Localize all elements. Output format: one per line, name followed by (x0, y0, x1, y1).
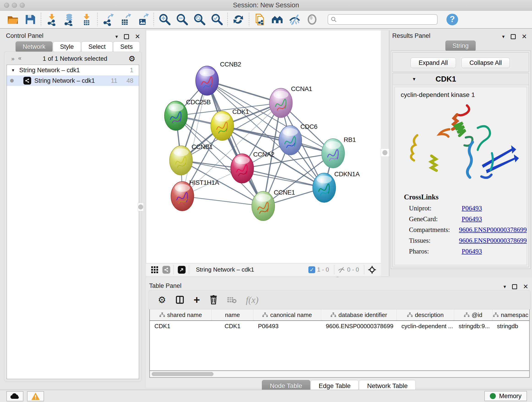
home-button[interactable] (268, 12, 286, 27)
control-panel-title: Control Panel (6, 32, 44, 39)
open-session-button[interactable] (4, 12, 22, 27)
save-session-button[interactable] (22, 12, 39, 27)
close-panel-icon[interactable]: ✕ (523, 283, 528, 290)
graph-node-RB1[interactable]: RB1 (322, 136, 356, 168)
network-collection-row[interactable]: ▾ String Network – cdk1 1 (7, 65, 139, 75)
collapse-all-button[interactable]: Collapse All (462, 57, 510, 68)
node-label: CCNA2 (253, 151, 274, 158)
graph-node-CCNB2[interactable]: CCNB2 (196, 61, 241, 95)
cell-namespace[interactable]: stringdb (492, 321, 529, 332)
edge-CCNA2-CDKN1A[interactable] (242, 168, 324, 188)
collapse-panel-icon[interactable]: ▾ (503, 284, 506, 290)
warning-icon (31, 392, 40, 400)
export-table-button[interactable] (117, 12, 134, 27)
string-view-icon[interactable] (162, 266, 170, 274)
edge-HIST1H1A-CCNE1[interactable] (182, 196, 263, 206)
cell-name[interactable]: CDK1 (212, 321, 253, 332)
clone-network-button[interactable] (251, 12, 268, 27)
table-settings-gear-icon[interactable]: ⚙ (158, 294, 166, 305)
cell-description[interactable]: cyclin-dependent ... (397, 321, 454, 332)
birds-eye-view-icon[interactable] (367, 265, 377, 274)
float-panel-icon[interactable] (512, 284, 517, 289)
show-panels-button[interactable] (303, 12, 321, 27)
column-header[interactable]: description (397, 309, 454, 320)
tab-network[interactable]: Network (16, 41, 52, 52)
refresh-button[interactable] (230, 12, 247, 27)
grid-view-icon[interactable] (151, 266, 159, 274)
protein-section-header[interactable]: ▾ CDK1 (393, 73, 529, 85)
toolbar-divider (153, 13, 154, 26)
tab-string[interactable]: String (445, 41, 476, 51)
help-button[interactable]: ? (443, 12, 461, 27)
right-splitter-handle[interactable] (381, 148, 389, 157)
export-network-button[interactable] (99, 12, 117, 27)
zoom-in-button[interactable] (156, 12, 173, 27)
expand-all-icon[interactable]: » (19, 55, 21, 62)
crosslink-link[interactable]: 9606.ENSP00000378699 (459, 237, 527, 244)
section-expander-icon[interactable]: ▾ (413, 76, 415, 82)
crosslink-link[interactable]: P06493 (462, 215, 482, 223)
cell-database-identifier[interactable]: 9606.ENSP00000378699 (321, 321, 397, 332)
crosslink-link[interactable]: 9606.ENSP00000378699 (459, 226, 527, 234)
scrollbar-thumb[interactable] (152, 372, 214, 376)
crosslink-link[interactable]: P06493 (462, 248, 482, 255)
zoom-out-button[interactable] (173, 12, 191, 27)
close-panel-icon[interactable]: ✕ (522, 33, 527, 40)
zoom-fit-button[interactable] (191, 12, 208, 27)
collapse-all-icon[interactable]: » (11, 55, 14, 62)
collapse-panel-icon[interactable]: ▾ (502, 34, 505, 40)
graph-node-CCNB1[interactable]: CCNB1 (170, 143, 213, 175)
graph-node-CDC6[interactable]: CDC6 (279, 123, 317, 155)
tab-style[interactable]: Style (53, 41, 81, 52)
zoom-selected-button[interactable] (208, 12, 225, 27)
table-horizontal-scrollbar[interactable] (149, 371, 530, 378)
close-panel-icon[interactable]: ✕ (135, 33, 140, 40)
selected-checkbox-icon[interactable]: ✓ (308, 266, 315, 273)
tab-select[interactable]: Select (81, 41, 113, 52)
open-in-new-window-icon[interactable] (178, 266, 186, 274)
import-table-button[interactable] (78, 12, 95, 27)
protein-section: ▾ CDK1 cyclin-dependent kinase 1 (393, 73, 529, 267)
table-row[interactable]: CDK1 CDK1 P06493 9606.ENSP00000378699 cy… (150, 321, 529, 332)
float-panel-icon[interactable] (511, 34, 516, 39)
search-input[interactable] (337, 16, 429, 23)
expand-all-button[interactable]: Expand All (411, 57, 456, 68)
edge-CCNB2-CCNE1[interactable] (207, 81, 263, 206)
graph-node-CDKN1A[interactable]: CDKN1A (313, 171, 360, 202)
node-sheen (200, 69, 215, 76)
column-header[interactable]: namespac (492, 309, 529, 320)
gear-icon[interactable]: ⚙ (128, 54, 135, 63)
float-panel-icon[interactable] (124, 34, 129, 39)
show-columns-icon[interactable] (175, 295, 184, 304)
graph-node-CCNE1[interactable]: CCNE1 (252, 189, 295, 221)
delete-trash-icon[interactable] (209, 295, 218, 304)
import-network-button[interactable] (43, 12, 60, 27)
export-image-button[interactable] (134, 12, 152, 27)
collapse-panel-icon[interactable]: ▾ (115, 34, 118, 40)
tree-expander-icon[interactable]: ▾ (12, 67, 14, 73)
network-view[interactable]: CCNB2CCNA1CDC25BCDK1CDC6RB1CCNB1CCNA2CDK… (146, 31, 381, 263)
hide-panels-button[interactable] (286, 12, 303, 27)
column-header[interactable]: @id (454, 309, 492, 320)
warnings-button[interactable] (27, 391, 44, 401)
tab-sets[interactable]: Sets (113, 41, 140, 52)
column-header[interactable]: database identifier (321, 309, 397, 320)
graph-node-HIST1H1A[interactable]: HIST1H1A (171, 179, 219, 211)
crosslink-link[interactable]: P06493 (462, 204, 482, 212)
add-column-icon[interactable]: + (194, 294, 200, 306)
column-header[interactable]: shared name (150, 309, 212, 320)
network-row[interactable]: String Network – cdk1 11 48 (7, 75, 139, 86)
import-network-from-database-button[interactable] (60, 12, 78, 27)
column-header[interactable]: name (212, 309, 253, 320)
cell-at-id[interactable]: stringdb:9... (454, 321, 492, 332)
memory-button[interactable]: Memory (484, 391, 527, 401)
column-header[interactable]: canonical name (253, 309, 321, 320)
graph-node-CDC25B[interactable]: CDC25B (165, 99, 210, 130)
crosslinks-heading: CrossLinks (404, 193, 527, 201)
cell-canonical-name[interactable]: P06493 (253, 321, 321, 332)
left-splitter-handle[interactable] (138, 203, 144, 211)
memory-label: Memory (499, 393, 521, 400)
toolbar-divider (97, 13, 98, 26)
cloud-button[interactable] (6, 391, 23, 401)
cell-shared-name[interactable]: CDK1 (150, 321, 212, 332)
